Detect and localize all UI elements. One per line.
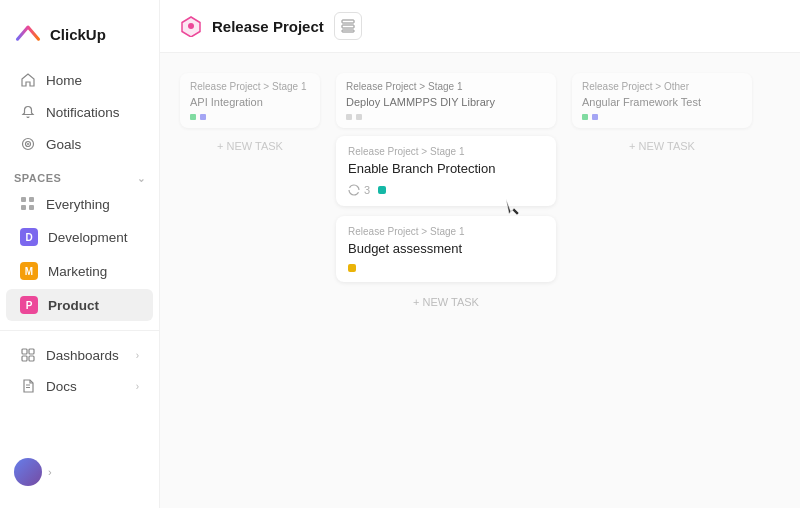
card-angular[interactable]: Release Project > Other Angular Framewor… [572, 73, 752, 128]
sidebar-item-docs-label: Docs [46, 379, 77, 394]
svg-rect-11 [342, 25, 354, 28]
bottom-nav: Dashboards › Docs › [0, 330, 159, 402]
card-branch-comments: 3 [348, 184, 370, 196]
branch-comment-count: 3 [364, 184, 370, 196]
card-branch-path: Release Project > Stage 1 [348, 146, 544, 157]
svg-rect-6 [29, 356, 34, 361]
marketing-badge: M [20, 262, 38, 280]
card-angular-title: Angular Framework Test [582, 96, 742, 108]
card-budget[interactable]: Release Project > Stage 1 Budget assessm… [336, 216, 556, 282]
tag-teal [378, 186, 386, 194]
svg-point-2 [27, 143, 29, 145]
add-task-button-col3[interactable]: + NEW TASK [572, 136, 752, 156]
sidebar-item-notifications-label: Notifications [46, 105, 120, 120]
svg-rect-12 [342, 30, 354, 32]
card-budget-title: Budget assessment [348, 241, 544, 256]
card-deploy-tags [346, 114, 546, 120]
card-tags [190, 114, 310, 120]
card-angular-path: Release Project > Other [582, 81, 742, 92]
card-path: Release Project > Stage 1 [190, 81, 310, 92]
logo-label: ClickUp [50, 26, 106, 43]
sidebar-item-development-label: Development [48, 230, 128, 245]
sidebar-item-everything-label: Everything [46, 197, 110, 212]
sidebar-item-everything[interactable]: Everything [6, 189, 153, 219]
clickup-logo-icon [14, 20, 42, 48]
card-budget-footer [348, 264, 544, 272]
sidebar-item-notifications[interactable]: Notifications [6, 97, 153, 127]
sidebar-item-product-label: Product [48, 298, 99, 313]
user-avatar[interactable] [14, 458, 42, 486]
add-task-button-col1[interactable]: + NEW TASK [180, 136, 320, 156]
board-column-1: Release Project > Stage 1 API Integratio… [180, 73, 320, 488]
development-badge: D [20, 228, 38, 246]
sidebar-item-product[interactable]: P Product [6, 289, 153, 321]
table-icon [341, 19, 355, 33]
chevron-down-icon: ⌄ [137, 173, 146, 184]
card-title: API Integration [190, 96, 310, 108]
project-title: Release Project [212, 18, 324, 35]
main-area: Release Project Release Project > Stage … [160, 0, 800, 508]
board-column-2: Release Project > Stage 1 Deploy LAMMPPS… [336, 73, 556, 488]
spaces-section-header: Spaces ⌄ [0, 160, 159, 188]
board-area: Release Project > Stage 1 API Integratio… [160, 53, 800, 508]
card-budget-path: Release Project > Stage 1 [348, 226, 544, 237]
sidebar-item-dashboards[interactable]: Dashboards › [6, 340, 153, 370]
refresh-icon [348, 184, 360, 196]
sidebar-item-marketing-label: Marketing [48, 264, 107, 279]
sidebar-item-home-label: Home [46, 73, 82, 88]
avatar-chevron-icon: › [48, 466, 52, 478]
home-icon [20, 72, 36, 88]
view-toggle-button[interactable] [334, 12, 362, 40]
product-badge: P [20, 296, 38, 314]
docs-icon [20, 378, 36, 394]
board-column-3: Release Project > Other Angular Framewor… [572, 73, 752, 488]
svg-rect-4 [29, 349, 34, 354]
sidebar-item-home[interactable]: Home [6, 65, 153, 95]
sidebar-item-marketing[interactable]: M Marketing [6, 255, 153, 287]
card-deploy-title: Deploy LAMMPPS DIY Library [346, 96, 546, 108]
card-branch-title: Enable Branch Protection [348, 161, 544, 176]
tag-yellow [348, 264, 356, 272]
card-deploy-lammpps[interactable]: Release Project > Stage 1 Deploy LAMMPPS… [336, 73, 556, 128]
card-branch-footer: 3 [348, 184, 544, 196]
sidebar: ClickUp Home Notifications Goals [0, 0, 160, 508]
sidebar-item-dashboards-label: Dashboards [46, 348, 119, 363]
topbar: Release Project [160, 0, 800, 53]
svg-rect-10 [342, 20, 354, 23]
sidebar-item-goals[interactable]: Goals [6, 129, 153, 159]
card-angular-tags [582, 114, 742, 120]
card-enable-branch[interactable]: Release Project > Stage 1 Enable Branch … [336, 136, 556, 206]
dashboards-icon [20, 347, 36, 363]
svg-rect-5 [22, 356, 27, 361]
svg-point-9 [188, 23, 194, 29]
bell-icon [20, 104, 36, 120]
sidebar-item-docs[interactable]: Docs › [6, 371, 153, 401]
sidebar-item-goals-label: Goals [46, 137, 81, 152]
card-deploy-path: Release Project > Stage 1 [346, 81, 546, 92]
add-task-button-col2[interactable]: + NEW TASK [336, 292, 556, 312]
svg-rect-3 [22, 349, 27, 354]
sidebar-item-development[interactable]: D Development [6, 221, 153, 253]
card-api-integration[interactable]: Release Project > Stage 1 API Integratio… [180, 73, 320, 128]
logo-area: ClickUp [0, 12, 159, 64]
everything-grid-icon [20, 196, 36, 212]
project-icon [180, 15, 202, 37]
target-icon [20, 136, 36, 152]
docs-arrow-icon: › [136, 381, 139, 392]
dashboards-arrow-icon: › [136, 350, 139, 361]
